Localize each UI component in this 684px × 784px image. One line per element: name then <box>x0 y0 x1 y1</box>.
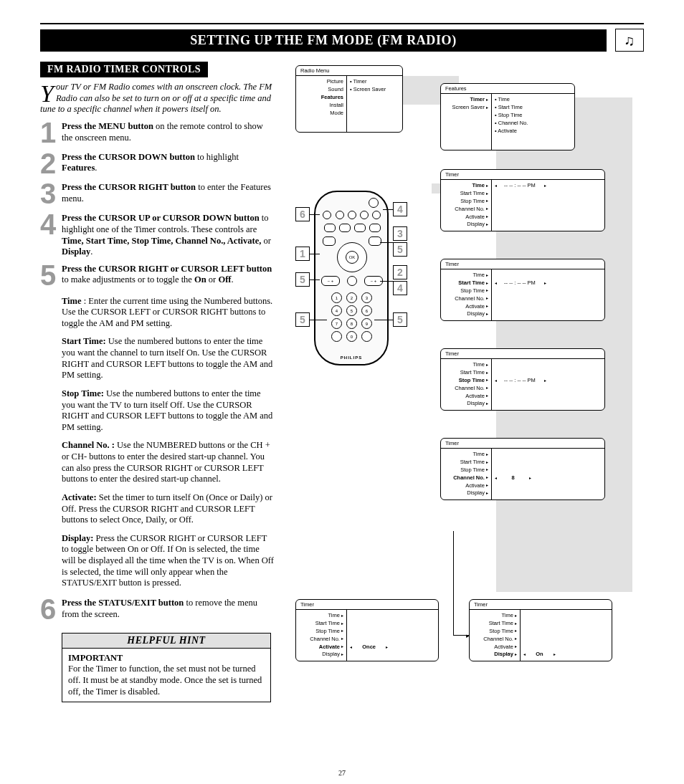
timer-box-display: Timer Time ▸ Start Time ▸ Stop Time ▸ Ch… <box>469 599 612 661</box>
step-4: 4 Press the CURSOR UP or CURSOR DOWN but… <box>40 211 275 258</box>
desc-display: Display: Press the CURSOR RIGHT or CURSO… <box>62 533 275 589</box>
callout-5r2: 5 <box>393 312 407 327</box>
step-number: 3 <box>40 181 62 207</box>
desc-starttime: Start Time: Use the numbered buttons to … <box>62 336 275 381</box>
menu-title: Features <box>441 84 574 94</box>
section-subhead: FM RADIO TIMER CONTROLS <box>40 62 208 77</box>
timer-box-channel: Timer Time ▸ Start Time ▸ Stop Time ▸ Ch… <box>440 438 605 500</box>
callout-4b: 4 <box>393 281 407 295</box>
page-title: SETTING UP THE FM MODE (FM RADIO) <box>40 29 607 52</box>
timer-box-time: Timer Time ▸ Start Time ▸ Stop Time ▸ Ch… <box>440 169 605 231</box>
step-number: 6 <box>40 596 62 623</box>
desc-channelno: Channel No. : Use the NUMBERED buttons o… <box>62 440 275 485</box>
callout-6: 6 <box>295 207 310 221</box>
step-6: 6 Press the STATUS/EXIT button to remove… <box>40 596 275 623</box>
step-5: 5 Press the CURSOR RIGHT or CURSOR LEFT … <box>40 262 275 289</box>
step-number: 4 <box>40 211 62 258</box>
radio-menu-box: Radio Menu Picture Sound Features Instal… <box>295 65 403 133</box>
timer-box-stoptime: Timer Time ▸ Start Time ▸ Stop Time ▸ Ch… <box>440 348 605 411</box>
desc-stoptime: Stop Time: Use the numbered buttons to e… <box>62 388 275 434</box>
callout-5b: 5 <box>295 312 310 327</box>
helpful-hint-box: HELPFUL HINT IMPORTANT For the Timer to … <box>62 633 271 703</box>
features-menu-box: Features Timer ▸ Screen Saver ▸ • Time •… <box>440 83 575 150</box>
hint-important: IMPORTANT <box>68 653 123 663</box>
step-number: 5 <box>40 262 62 289</box>
step-number: 1 <box>40 120 62 146</box>
timer-box-starttime: Timer Time ▸ Start Time ▸ Stop Time ▸ Ch… <box>440 259 605 321</box>
music-note-icon: ♫ <box>615 29 644 52</box>
step-3: 3 Press the CURSOR RIGHT button to enter… <box>40 181 275 207</box>
step-2: 2 Press the CURSOR DOWN button to highli… <box>40 150 275 177</box>
callout-2: 2 <box>393 265 407 279</box>
remote-control: OK − + − + 1 2 3 4 5 6 7 8 9 0 PHILIPS <box>314 191 389 365</box>
callout-5r: 5 <box>393 242 407 257</box>
hint-title: HELPFUL HINT <box>62 634 270 649</box>
menu-title: Radio Menu <box>296 66 402 76</box>
callout-5: 5 <box>295 272 310 287</box>
desc-time: Time : Enter the current time using the … <box>62 296 275 330</box>
desc-activate: Activate: Set the timer to turn itself O… <box>62 492 275 526</box>
callout-1: 1 <box>295 247 310 261</box>
page-number: 27 <box>0 769 684 777</box>
intro-text: Your TV or FM Radio comes with an onscre… <box>40 82 275 115</box>
step-number: 2 <box>40 150 62 177</box>
hint-body-text: For the Timer to function, the set must … <box>68 664 262 696</box>
timer-box-activate: Timer Time ▸ Start Time ▸ Stop Time ▸ Ch… <box>295 599 439 661</box>
callout-4: 4 <box>393 202 407 216</box>
remote-brand: PHILIPS <box>315 355 387 360</box>
step-1: 1 Press the MENU button on the remote co… <box>40 120 275 146</box>
callout-3: 3 <box>393 226 407 241</box>
diagram-area: Radio Menu Picture Sound Features Instal… <box>288 62 644 702</box>
dropcap: Y <box>40 82 56 104</box>
